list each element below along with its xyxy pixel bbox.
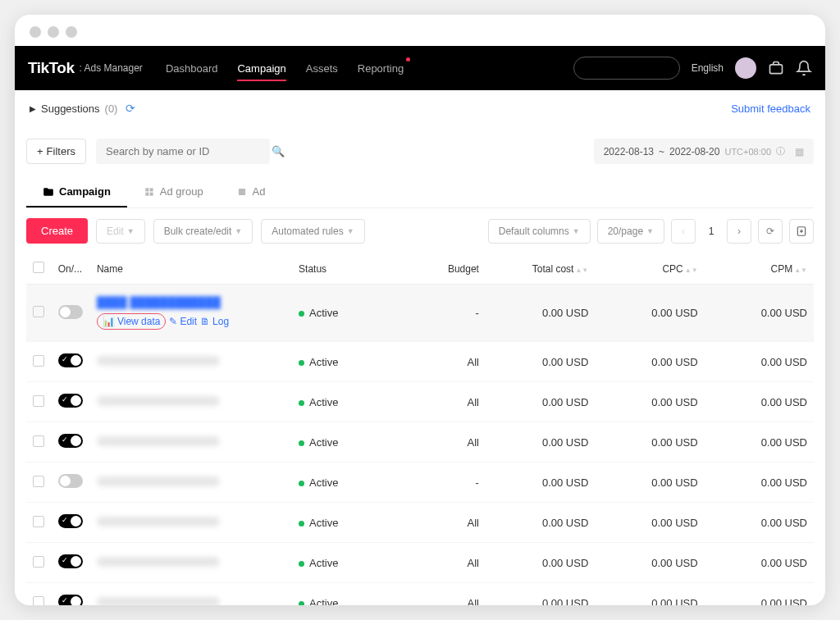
filters-label: Filters (47, 145, 75, 157)
chevron-down-icon: ▼ (347, 227, 354, 235)
nav-assets[interactable]: Assets (306, 59, 338, 78)
table-row[interactable]: Active All 0.00 USD 0.00 USD 0.00 USD (26, 583, 814, 606)
brand-suffix: : Ads Manager (79, 62, 142, 74)
table-row[interactable]: Active - 0.00 USD 0.00 USD 0.00 USD (26, 463, 814, 503)
refresh-icon[interactable]: ⟳ (126, 102, 135, 115)
view-data-link[interactable]: 📊View data (97, 313, 166, 330)
nav-reporting-label: Reporting (358, 62, 404, 75)
cpc-cell: 0.00 USD (595, 583, 704, 606)
status-toggle[interactable] (58, 434, 83, 448)
budget-cell: All (393, 422, 486, 463)
campaign-name-link[interactable]: ████ ████████████ (97, 296, 221, 308)
table-search-input[interactable] (96, 139, 270, 164)
bell-icon[interactable] (796, 60, 812, 76)
maximize-dot[interactable] (66, 26, 77, 38)
row-checkbox[interactable] (33, 435, 44, 447)
level-tabs: Campaign Ad group Ad (26, 177, 814, 208)
log-link[interactable]: 🗎Log (200, 316, 229, 327)
table-row[interactable]: Active All 0.00 USD 0.00 USD 0.00 USD (26, 382, 814, 422)
status-toggle[interactable] (58, 305, 83, 319)
row-checkbox[interactable] (33, 596, 44, 606)
create-button[interactable]: Create (26, 218, 88, 244)
col-name[interactable]: Name (90, 253, 292, 285)
nav-dashboard[interactable]: Dashboard (166, 59, 218, 78)
suggestions-count: (0) (105, 103, 118, 115)
status-toggle[interactable] (58, 474, 83, 488)
pagination: ‹ 1 › (671, 219, 751, 244)
status-text: Active (309, 356, 338, 368)
status-toggle[interactable] (58, 353, 83, 367)
close-dot[interactable] (30, 26, 41, 38)
table-row[interactable]: Active All 0.00 USD 0.00 USD 0.00 USD (26, 342, 814, 382)
bulk-button[interactable]: Bulk create/edit ▼ (153, 219, 253, 244)
row-checkbox[interactable] (33, 395, 44, 407)
col-status[interactable]: Status (292, 253, 393, 285)
submit-feedback-link[interactable]: Submit feedback (731, 103, 810, 115)
table-row[interactable]: Active All 0.00 USD 0.00 USD 0.00 USD (26, 422, 814, 463)
edit-label: Edit (107, 226, 124, 237)
status-toggle[interactable] (58, 514, 83, 528)
table-row[interactable]: ████ ████████████ 📊View data ✎Edit 🗎Log … (26, 285, 814, 342)
edit-link[interactable]: ✎Edit (169, 316, 197, 327)
filters-button[interactable]: + Filters (26, 139, 86, 164)
next-page-button[interactable]: › (727, 219, 751, 244)
minimize-dot[interactable] (48, 26, 59, 38)
status-dot-icon (299, 360, 304, 366)
campaign-name-redacted (97, 597, 220, 606)
status-toggle[interactable] (58, 554, 83, 568)
row-checkbox[interactable] (33, 476, 44, 487)
tab-adgroup[interactable]: Ad group (127, 177, 220, 207)
budget-cell: - (393, 285, 486, 342)
status-toggle[interactable] (58, 394, 83, 408)
col-cpc[interactable]: CPC▲▼ (595, 253, 704, 285)
table-row[interactable]: Active All 0.00 USD 0.00 USD 0.00 USD (26, 543, 814, 583)
sort-icon: ▲▼ (685, 268, 698, 273)
prev-page-button[interactable]: ‹ (671, 219, 696, 244)
table-row[interactable]: Active All 0.00 USD 0.00 USD 0.00 USD (26, 503, 814, 543)
row-actions: 📊View data ✎Edit 🗎Log (97, 313, 285, 330)
global-search-input[interactable] (573, 57, 680, 80)
main-content: ▶ Suggestions (0) ⟳ Submit feedback + Fi… (15, 90, 825, 605)
reload-button[interactable]: ⟳ (758, 219, 783, 244)
row-checkbox[interactable] (33, 556, 44, 568)
automated-rules-button[interactable]: Automated rules ▼ (261, 219, 364, 244)
tab-ad[interactable]: Ad (220, 177, 282, 207)
cpc-cell: 0.00 USD (595, 543, 704, 583)
status-dot-icon (299, 481, 304, 486)
col-cpm[interactable]: CPM▲▼ (705, 253, 814, 285)
cpc-cell: 0.00 USD (595, 503, 704, 543)
suggestions-label: Suggestions (41, 103, 100, 115)
sort-icon: ▲▼ (794, 268, 807, 273)
columns-dropdown[interactable]: Default columns ▼ (488, 219, 591, 244)
status-text: Active (309, 396, 338, 408)
perpage-dropdown[interactable]: 20/page ▼ (597, 219, 664, 244)
window-controls (15, 15, 825, 46)
nav-campaign[interactable]: Campaign (237, 59, 285, 78)
chevron-down-icon: ▼ (127, 227, 135, 235)
cost-cell: 0.00 USD (486, 463, 595, 503)
col-onoff[interactable]: On/... (52, 253, 90, 285)
row-checkbox[interactable] (33, 306, 44, 317)
suggestions-toggle[interactable]: ▶ Suggestions (0) ⟳ (30, 102, 135, 115)
col-budget[interactable]: Budget (393, 253, 486, 285)
select-all-checkbox[interactable] (33, 262, 44, 273)
cpm-cell: 0.00 USD (705, 503, 814, 543)
status-toggle[interactable] (58, 595, 83, 605)
cpm-cell: 0.00 USD (705, 342, 814, 382)
nav-reporting[interactable]: Reporting (358, 59, 404, 78)
briefcase-icon[interactable] (768, 60, 784, 76)
budget-cell: All (393, 382, 486, 422)
cpc-cell: 0.00 USD (595, 382, 704, 422)
language-selector[interactable]: English (692, 62, 724, 74)
col-cost[interactable]: Total cost▲▼ (486, 253, 595, 285)
topbar-right: English (573, 57, 812, 80)
cpm-cell: 0.00 USD (705, 422, 814, 463)
date-range-picker[interactable]: 2022-08-13 ~ 2022-08-20 UTC+08:00 ⓘ ▦ (594, 139, 814, 164)
row-checkbox[interactable] (33, 355, 44, 367)
row-checkbox[interactable] (33, 516, 44, 527)
avatar[interactable] (735, 57, 756, 79)
tab-campaign[interactable]: Campaign (26, 177, 127, 207)
chevron-down-icon: ▼ (646, 227, 654, 235)
export-button[interactable] (789, 219, 814, 244)
edit-button[interactable]: Edit ▼ (96, 219, 145, 244)
